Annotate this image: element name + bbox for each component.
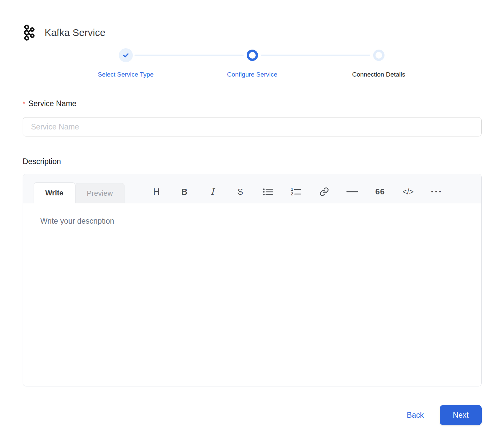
step-label: Select Service Type [98,70,154,79]
kafka-logo-icon [23,25,35,41]
unordered-list-icon[interactable] [262,185,275,198]
check-icon [122,52,129,59]
editor-content-area [23,203,481,386]
kafka-service-wizard: Kafka Service Select Service Type [0,0,504,425]
step-active-circle [247,50,258,61]
more-options-icon[interactable]: ••• [429,185,443,198]
back-button[interactable]: Back [407,411,424,420]
italic-icon[interactable]: I [206,185,219,198]
editor-tabs: Write Preview [34,182,125,203]
service-name-label: *Service Name [23,99,482,109]
svg-text:2: 2 [291,192,293,196]
step-label: Connection Details [352,70,405,79]
stepper: Select Service Type Configure Service Co… [63,48,442,79]
tab-write[interactable]: Write [34,182,75,203]
page-title: Kafka Service [45,27,106,38]
link-icon[interactable] [318,185,331,198]
required-asterisk: * [23,100,25,107]
wizard-header: Kafka Service [23,25,482,41]
strikethrough-icon[interactable]: S [234,185,247,198]
ordered-list-icon[interactable]: 1 2 [290,185,303,198]
step-upcoming-circle [373,50,384,61]
description-textarea[interactable] [40,217,464,371]
editor-toolbar: H B I S 1 2 [150,185,443,198]
horizontal-rule-icon[interactable] [346,185,359,198]
service-name-input[interactable] [23,117,482,136]
tab-preview[interactable]: Preview [75,183,125,203]
step-select-service-type[interactable]: Select Service Type [63,48,189,79]
heading-icon[interactable]: H [150,185,163,198]
step-connection-details[interactable]: Connection Details [316,48,442,79]
step-configure-service[interactable]: Configure Service [189,48,316,79]
description-editor: Write Preview H B I S [23,174,482,386]
step-completed-circle [119,48,133,62]
editor-toolbar-bar: Write Preview H B I S [23,174,481,203]
step-label: Configure Service [227,70,277,79]
quote-icon[interactable]: 66 [374,185,387,198]
svg-text:1: 1 [291,187,293,192]
description-label: Description [23,156,482,166]
bold-icon[interactable]: B [178,185,191,198]
code-icon[interactable]: </> [401,185,415,198]
next-button[interactable]: Next [440,405,482,425]
wizard-footer: Back Next [23,405,482,425]
